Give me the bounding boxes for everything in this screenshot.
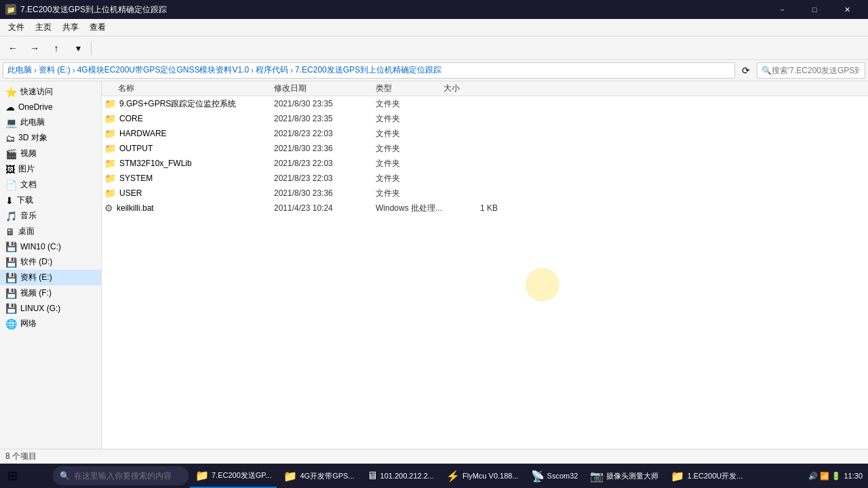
path-current[interactable]: 7.EC200发送GPS到上位机精确定位跟踪 xyxy=(295,64,441,76)
sidebar-item-onedrive[interactable]: ☁ OneDrive xyxy=(0,100,101,115)
taskbar-app-label-6: 1.EC200U开发... xyxy=(687,471,743,481)
sidebar-item-software-d[interactable]: 💾 软件 (D:) xyxy=(0,254,101,270)
sidebar-item-downloads[interactable]: ⬇ 下载 xyxy=(0,192,101,208)
file-name-cell: 📁 HARDWARE xyxy=(104,128,274,139)
file-date-cell: 2021/8/23 22:03 xyxy=(274,129,376,138)
taskbar-app-remote[interactable]: 🖥 101.200.212.2... xyxy=(361,464,440,488)
menu-file[interactable]: 文件 xyxy=(3,19,30,36)
taskbar-search-box[interactable]: 🔍 xyxy=(53,466,189,485)
menu-home[interactable]: 主页 xyxy=(30,19,57,36)
taskbar-app-explorer3[interactable]: 📁 1.EC200U开发... xyxy=(665,464,748,488)
file-type-cell: 文件夹 xyxy=(376,98,443,110)
table-row[interactable]: 📁 SYSTEM 2021/8/23 22:03 文件夹 xyxy=(102,171,868,186)
taskbar-app-explorer2[interactable]: 📁 4G开发带GPS... xyxy=(278,464,359,488)
path-computer[interactable]: 此电脑 xyxy=(7,64,32,76)
col-header-name[interactable]: 名称 xyxy=(104,83,274,94)
path-folder1[interactable]: 4G模块EC200U带GPS定位GNSS模块资料V1.0 xyxy=(77,64,249,76)
col-header-date[interactable]: 修改日期 xyxy=(274,83,376,94)
forward-button[interactable]: → xyxy=(24,39,45,58)
sidebar-item-label: 文档 xyxy=(20,179,37,190)
taskbar-app-explorer1[interactable]: 📁 7.EC200发送GP... xyxy=(190,464,277,488)
sidebar-item-desktop[interactable]: 🖥 桌面 xyxy=(0,224,101,239)
window-icon: 📁 xyxy=(5,4,16,15)
toolbar: ← → ↑ ▾ xyxy=(0,37,868,60)
refresh-button[interactable]: ⟳ xyxy=(738,62,754,79)
file-name-label: CORE xyxy=(119,114,143,123)
file-name-cell: ⚙ keilkilli.bat xyxy=(104,203,274,214)
start-button[interactable]: ⊞ xyxy=(0,464,24,488)
menu-view[interactable]: 查看 xyxy=(84,19,111,36)
taskbar-search-input[interactable] xyxy=(74,471,176,481)
folder-icon: 📁 xyxy=(104,98,116,109)
col-header-size[interactable]: 大小 xyxy=(443,83,498,94)
toolbar-separator xyxy=(91,41,92,55)
table-row[interactable]: ⚙ keilkilli.bat 2011/4/23 10:24 Windows … xyxy=(102,201,868,216)
sidebar-item-documents[interactable]: 📄 文档 xyxy=(0,177,101,192)
sidebar-item-data-e[interactable]: 💾 资料 (E:) xyxy=(0,270,101,285)
sidebar-item-videos[interactable]: 🎬 视频 xyxy=(0,146,101,161)
file-name-label: SYSTEM xyxy=(119,174,153,183)
recent-button[interactable]: ▾ xyxy=(68,39,88,58)
table-row[interactable]: 📁 OUTPUT 2021/8/30 23:36 文件夹 xyxy=(102,141,868,156)
sidebar-item-label: 此电脑 xyxy=(20,117,45,128)
address-path[interactable]: 此电脑 › 资料 (E:) › 4G模块EC200U带GPS定位GNSS模块资料… xyxy=(3,62,735,79)
file-type-cell: 文件夹 xyxy=(376,113,443,125)
taskbar-app-camera[interactable]: 📷 摄像头测量大师 xyxy=(585,464,664,488)
up-button[interactable]: ↑ xyxy=(46,39,66,58)
col-header-type[interactable]: 类型 xyxy=(376,83,443,94)
file-date-cell: 2021/8/30 23:35 xyxy=(274,99,376,108)
window-title: 7.EC200发送GPS到上位机精确定位跟踪 xyxy=(20,4,167,16)
search-box[interactable]: 🔍 xyxy=(757,62,865,79)
sidebar-item-label: 图片 xyxy=(18,163,35,175)
sidebar-item-music[interactable]: 🎵 音乐 xyxy=(0,208,101,224)
drive-c-icon: 💾 xyxy=(5,241,17,252)
menu-share[interactable]: 共享 xyxy=(57,19,84,36)
file-type-cell: Windows 批处理... xyxy=(376,203,443,214)
folder-icon: 📁 xyxy=(104,173,116,184)
taskbar-app-label-4: Sscom32 xyxy=(547,472,578,480)
file-type-cell: 文件夹 xyxy=(376,188,443,199)
sidebar-item-quick-access[interactable]: ⭐ 快速访问 xyxy=(0,84,101,100)
taskbar-right: 🔊 📶 🔋 11:30 xyxy=(808,472,868,481)
minimize-button[interactable]: － xyxy=(766,0,797,19)
sidebar-item-network[interactable]: 🌐 网络 xyxy=(0,316,101,331)
table-row[interactable]: 📁 HARDWARE 2021/8/23 22:03 文件夹 xyxy=(102,126,868,141)
sidebar-item-this-pc[interactable]: 💻 此电脑 xyxy=(0,115,101,130)
file-name-label: USER xyxy=(119,188,142,198)
close-button[interactable]: ✕ xyxy=(831,0,863,19)
back-button[interactable]: ← xyxy=(3,39,23,58)
file-name-cell: 📁 CORE xyxy=(104,113,274,124)
downloads-icon: ⬇ xyxy=(5,195,14,206)
maximize-button[interactable]: □ xyxy=(799,0,830,19)
file-list-header: 名称 修改日期 类型 大小 xyxy=(102,81,868,96)
file-date-cell: 2021/8/23 22:03 xyxy=(274,174,376,183)
path-drive[interactable]: 资料 (E:) xyxy=(39,64,71,76)
file-type-cell: 文件夹 xyxy=(376,143,443,155)
file-name-label: HARDWARE xyxy=(119,129,167,138)
sidebar-item-video-f[interactable]: 💾 视频 (F:) xyxy=(0,285,101,301)
taskbar-app-label-1: 4G开发带GPS... xyxy=(300,471,354,481)
file-name-label: 9.GPS+GPRS跟踪定位监控系统 xyxy=(119,98,236,110)
sidebar-item-3d-objects[interactable]: 🗂 3D 对象 xyxy=(0,130,101,146)
sidebar-item-linux-g[interactable]: 💾 LINUX (G:) xyxy=(0,301,101,316)
table-row[interactable]: 📁 STM32F10x_FWLib 2021/8/23 22:03 文件夹 xyxy=(102,156,868,171)
sidebar-item-pictures[interactable]: 🖼 图片 xyxy=(0,161,101,177)
file-date-cell: 2021/8/30 23:36 xyxy=(274,144,376,153)
folder-icon: 📁 xyxy=(104,128,116,139)
table-row[interactable]: 📁 CORE 2021/8/30 23:35 文件夹 xyxy=(102,111,868,126)
file-name-cell: 📁 9.GPS+GPRS跟踪定位监控系统 xyxy=(104,98,274,110)
search-input[interactable] xyxy=(772,66,860,75)
sidebar-item-label: 视频 (F:) xyxy=(20,287,52,299)
path-folder2[interactable]: 程序代码 xyxy=(256,64,288,76)
file-name-label: STM32F10x_FWLib xyxy=(119,159,192,168)
file-size-cell: 1 KB xyxy=(443,203,498,213)
table-row[interactable]: 📁 9.GPS+GPRS跟踪定位监控系统 2021/8/30 23:35 文件夹 xyxy=(102,96,868,111)
search-icon: 🔍 xyxy=(762,66,772,75)
taskbar-app-flymcu[interactable]: ⚡ FlyMcu V0.188... xyxy=(441,464,524,488)
title-bar: 📁 7.EC200发送GPS到上位机精确定位跟踪 － □ ✕ xyxy=(0,0,868,19)
sidebar-item-label: 视频 xyxy=(20,148,37,159)
table-row[interactable]: 📁 USER 2021/8/30 23:36 文件夹 xyxy=(102,186,868,201)
drive-d-icon: 💾 xyxy=(5,257,17,268)
taskbar-app-sscom[interactable]: 📡 Sscom32 xyxy=(526,464,584,488)
sidebar-item-win10[interactable]: 💾 WIN10 (C:) xyxy=(0,239,101,254)
